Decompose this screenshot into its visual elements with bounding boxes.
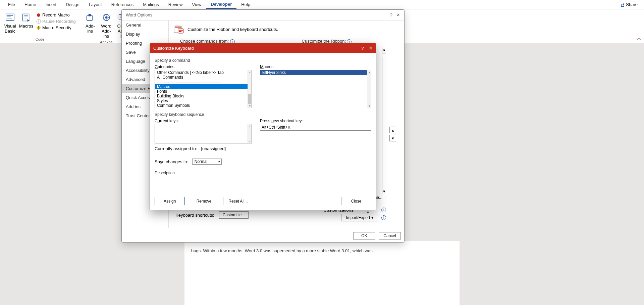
cancel-button[interactable]: Cancel	[379, 232, 401, 239]
ck-help-button[interactable]: ?	[362, 46, 364, 51]
category-item-macros[interactable]: Macros	[155, 84, 252, 89]
macro-security-label: Macro Security	[42, 25, 71, 30]
word-options-help-button[interactable]: ?	[390, 12, 392, 17]
category-item[interactable]: Other Commands | <<No label>> Tab	[155, 70, 252, 75]
categories-label: Categories:	[155, 64, 252, 69]
pause-icon	[36, 19, 41, 24]
customize-shortcuts-button[interactable]: Customize...	[219, 211, 249, 219]
word-addins-label: Word Add-ins	[99, 24, 114, 39]
share-button[interactable]: Share	[617, 1, 641, 8]
tab-file[interactable]: File	[3, 1, 20, 8]
assign-button[interactable]: Assign	[155, 197, 185, 205]
remove-button[interactable]: Remove	[189, 197, 219, 205]
share-icon	[621, 3, 625, 7]
svg-rect-5	[38, 20, 39, 23]
word-options-footer: OK Cancel	[353, 232, 401, 239]
scroll-down-icon[interactable]: ▾	[367, 104, 371, 108]
categories-listbox[interactable]: Other Commands | <<No label>> Tab All Co…	[155, 70, 252, 108]
help-icon[interactable]: i	[381, 215, 386, 220]
macros-label: Macros:	[260, 64, 371, 69]
specify-command-label: Specify a command	[155, 58, 371, 63]
record-icon	[36, 13, 41, 17]
category-item[interactable]: All Commands	[155, 75, 252, 80]
record-macro-button[interactable]: Record Macro	[36, 12, 76, 18]
category-separator: ----------------------------------------…	[155, 80, 252, 84]
macros-icon	[21, 12, 32, 23]
svg-rect-19	[178, 29, 183, 33]
share-label: Share	[626, 2, 638, 7]
svg-rect-9	[87, 16, 93, 20]
word-options-close-button[interactable]: ✕	[396, 12, 400, 17]
customize-ribbon-header: Customize the Ribbon and keyboard shortc…	[187, 27, 278, 32]
tab-mailings[interactable]: Mailings	[138, 1, 164, 8]
tab-home[interactable]: Home	[20, 1, 41, 8]
svg-text:!: !	[38, 26, 39, 30]
ribbon-tree[interactable]	[382, 57, 386, 191]
categories-scrollbar[interactable]: ▴ ▾	[248, 70, 252, 108]
help-icon[interactable]: i	[381, 208, 386, 212]
scroll-up-icon[interactable]: ▴	[248, 70, 252, 74]
tab-layout[interactable]: Layout	[84, 1, 107, 8]
macros-button[interactable]: Macros	[18, 11, 34, 29]
word-options-title: Word Options	[126, 12, 152, 17]
collapse-ribbon-icon[interactable]	[637, 38, 641, 41]
svg-rect-21	[179, 31, 181, 32]
svg-rect-20	[179, 30, 183, 31]
current-keys-listbox[interactable]: ▴ ▾	[155, 124, 252, 143]
press-new-label: Press new shortcut key:	[260, 118, 371, 123]
word-options-titlebar: Word Options ? ✕	[122, 10, 404, 20]
macro-security-button[interactable]: ! Macro Security	[36, 25, 76, 31]
nav-display[interactable]: Display	[122, 30, 168, 39]
save-changes-label: Save changes in:	[155, 159, 188, 164]
addins-label: Add- ins	[86, 24, 95, 34]
ck-title: Customize Keyboard	[153, 46, 194, 51]
tab-review[interactable]: Review	[164, 1, 187, 8]
category-item[interactable]: Building Blocks	[155, 94, 252, 98]
visual-basic-label: Visual Basic	[3, 24, 17, 34]
customize-ribbon-icon	[173, 24, 184, 35]
tab-help[interactable]: Help	[236, 1, 255, 8]
pause-recording-button: Pause Recording	[36, 18, 76, 24]
tab-developer[interactable]: Developer	[206, 0, 236, 9]
ribbon-dropdown[interactable]: ▾	[382, 47, 386, 53]
category-item[interactable]: Styles	[155, 98, 252, 103]
pause-recording-label: Pause Recording	[42, 19, 76, 24]
category-item[interactable]: Fonts	[155, 89, 252, 94]
current-keys-scrollbar[interactable]: ▴ ▾	[248, 124, 252, 143]
nav-general[interactable]: General	[122, 20, 168, 30]
visual-basic-button[interactable]: Visual Basic	[2, 11, 18, 34]
tab-insert[interactable]: Insert	[41, 1, 61, 8]
tab-design[interactable]: Design	[61, 1, 84, 8]
press-new-input[interactable]	[260, 124, 371, 131]
save-changes-select[interactable]: Normal	[192, 159, 222, 165]
svg-point-3	[37, 13, 40, 17]
addins-button[interactable]: Add- ins	[82, 11, 98, 34]
ok-button[interactable]: OK	[353, 232, 375, 239]
record-macro-label: Record Macro	[42, 12, 70, 17]
addins-icon	[85, 12, 96, 23]
scroll-up-icon[interactable]: ▴	[367, 70, 371, 74]
reset-all-button[interactable]: Reset All...	[223, 197, 253, 205]
ck-close-button[interactable]: ✕	[369, 45, 373, 51]
group-code: Visual Basic Macros Record Macro Pause R…	[0, 9, 80, 43]
macro-item[interactable]: killHyerplinks	[260, 70, 371, 75]
macros-listbox[interactable]: killHyerplinks ▴ ▾	[260, 70, 371, 108]
document-text: bugs. Within a few months, Word 3.0 was …	[191, 248, 373, 253]
move-down-button[interactable]: ▾	[389, 135, 396, 141]
close-button[interactable]: Close	[341, 197, 371, 205]
import-export-button[interactable]: Import/Export ▾	[341, 214, 378, 221]
category-item[interactable]: Common Symbols	[155, 103, 252, 108]
macros-label: Macros	[19, 24, 34, 29]
keyboard-shortcuts-label: Keyboard shortcuts:	[175, 213, 214, 218]
word-addins-icon	[101, 12, 112, 23]
scroll-down-icon[interactable]: ▾	[248, 104, 252, 108]
tab-view[interactable]: View	[187, 1, 206, 8]
svg-point-12	[105, 16, 107, 19]
ribbon-dropdown-bottom[interactable]: ▾	[382, 188, 386, 194]
tab-references[interactable]: References	[107, 1, 138, 8]
word-addins-button[interactable]: Word Add-ins	[98, 11, 114, 39]
visual-basic-icon	[5, 12, 15, 23]
macros-scrollbar[interactable]: ▴ ▾	[367, 70, 371, 108]
security-icon: !	[36, 26, 41, 30]
move-up-button[interactable]: ▴	[389, 127, 396, 133]
